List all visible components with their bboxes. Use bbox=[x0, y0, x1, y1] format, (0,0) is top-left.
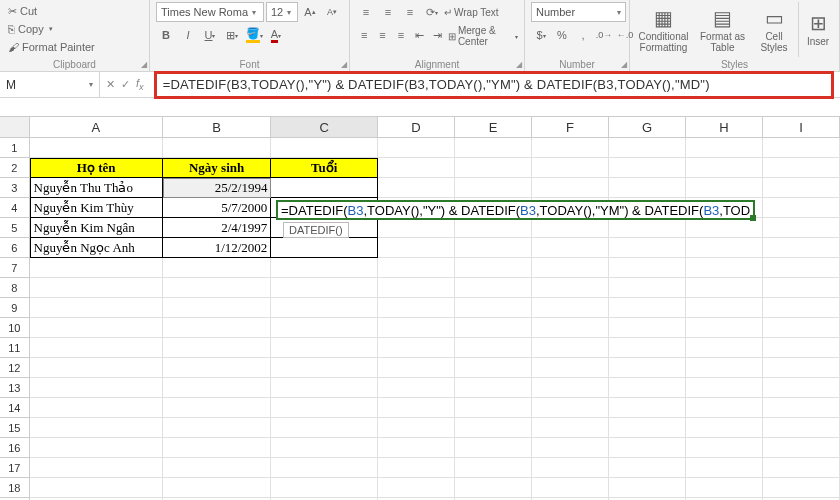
cell[interactable] bbox=[378, 338, 455, 358]
cell[interactable] bbox=[686, 238, 763, 258]
comma-button[interactable]: , bbox=[573, 25, 593, 45]
cell[interactable] bbox=[30, 298, 163, 318]
cell[interactable] bbox=[163, 398, 272, 418]
cell[interactable] bbox=[763, 238, 840, 258]
cell[interactable] bbox=[455, 258, 532, 278]
cell[interactable]: 25/2/1994 bbox=[163, 178, 272, 198]
col-header-G[interactable]: G bbox=[609, 117, 686, 137]
cell[interactable] bbox=[163, 418, 272, 438]
format-as-table-button[interactable]: ▤Format as Table bbox=[695, 2, 750, 57]
cell[interactable]: 5/7/2000 bbox=[163, 198, 272, 218]
active-cell-editor[interactable]: =DATEDIF(B3,TODAY(),"Y") & DATEDIF(B3,TO… bbox=[276, 200, 755, 220]
dialog-launcher-icon[interactable]: ◢ bbox=[516, 60, 522, 69]
decimal-inc-button[interactable]: .0→ bbox=[594, 25, 614, 45]
cell[interactable] bbox=[532, 138, 609, 158]
cell[interactable] bbox=[609, 178, 686, 198]
cell[interactable] bbox=[378, 478, 455, 498]
cell[interactable] bbox=[455, 378, 532, 398]
align-top-button[interactable]: ≡ bbox=[356, 2, 376, 22]
cell[interactable] bbox=[378, 278, 455, 298]
cell[interactable] bbox=[609, 218, 686, 238]
row-header[interactable]: 12 bbox=[0, 358, 30, 378]
cell[interactable] bbox=[30, 418, 163, 438]
cell[interactable] bbox=[763, 138, 840, 158]
row-header[interactable]: 1 bbox=[0, 138, 30, 158]
row-header[interactable]: 3 bbox=[0, 178, 30, 198]
cell[interactable] bbox=[163, 458, 272, 478]
row-header[interactable]: 7 bbox=[0, 258, 30, 278]
cell[interactable] bbox=[532, 438, 609, 458]
cell[interactable] bbox=[686, 458, 763, 478]
cell[interactable] bbox=[686, 278, 763, 298]
row-header[interactable]: 17 bbox=[0, 458, 30, 478]
cell[interactable] bbox=[763, 398, 840, 418]
cell[interactable] bbox=[271, 478, 378, 498]
cell[interactable] bbox=[378, 458, 455, 478]
cell[interactable] bbox=[609, 298, 686, 318]
cell[interactable] bbox=[763, 418, 840, 438]
cell[interactable] bbox=[609, 238, 686, 258]
cell[interactable] bbox=[271, 138, 378, 158]
cell[interactable] bbox=[609, 418, 686, 438]
fill-color-button[interactable]: 🪣▾ bbox=[244, 25, 264, 45]
row-header[interactable]: 2 bbox=[0, 158, 30, 178]
align-bottom-button[interactable]: ≡ bbox=[400, 2, 420, 22]
cell[interactable] bbox=[271, 318, 378, 338]
cell[interactable] bbox=[609, 398, 686, 418]
cell[interactable] bbox=[532, 298, 609, 318]
cell[interactable] bbox=[378, 238, 455, 258]
cell[interactable] bbox=[30, 378, 163, 398]
orientation-button[interactable]: ⟳▾ bbox=[422, 2, 442, 22]
cell[interactable] bbox=[378, 438, 455, 458]
cell[interactable] bbox=[609, 158, 686, 178]
cell[interactable] bbox=[378, 398, 455, 418]
cell[interactable] bbox=[30, 358, 163, 378]
dialog-launcher-icon[interactable]: ◢ bbox=[141, 60, 147, 69]
cell[interactable] bbox=[271, 238, 378, 258]
cell[interactable] bbox=[532, 218, 609, 238]
cell[interactable]: Nguyễn Ngọc Anh bbox=[30, 238, 163, 258]
align-left-button[interactable]: ≡ bbox=[356, 25, 372, 45]
cell[interactable]: Nguyễn Kim Thùy bbox=[30, 198, 163, 218]
cell[interactable] bbox=[763, 178, 840, 198]
cell[interactable] bbox=[686, 478, 763, 498]
cell[interactable] bbox=[455, 338, 532, 358]
cell[interactable] bbox=[763, 358, 840, 378]
dialog-launcher-icon[interactable]: ◢ bbox=[621, 60, 627, 69]
cell[interactable] bbox=[271, 458, 378, 478]
cell[interactable] bbox=[455, 458, 532, 478]
underline-button[interactable]: U▾ bbox=[200, 25, 220, 45]
cell[interactable] bbox=[763, 458, 840, 478]
row-header[interactable]: 5 bbox=[0, 218, 30, 238]
font-name-combo[interactable]: Times New Roma▾ bbox=[156, 2, 264, 22]
col-header-B[interactable]: B bbox=[163, 117, 272, 137]
cell[interactable] bbox=[763, 318, 840, 338]
cell[interactable] bbox=[686, 398, 763, 418]
col-header-I[interactable]: I bbox=[763, 117, 840, 137]
fill-handle[interactable] bbox=[750, 215, 756, 221]
cell[interactable] bbox=[378, 358, 455, 378]
cell[interactable] bbox=[378, 258, 455, 278]
cell[interactable] bbox=[271, 418, 378, 438]
cell[interactable] bbox=[686, 258, 763, 278]
col-header-C[interactable]: C bbox=[271, 117, 378, 137]
cell[interactable]: Nguyễn Kim Ngân bbox=[30, 218, 163, 238]
cell[interactable] bbox=[686, 418, 763, 438]
row-header[interactable]: 9 bbox=[0, 298, 30, 318]
cell[interactable] bbox=[686, 158, 763, 178]
cell[interactable] bbox=[763, 478, 840, 498]
align-middle-button[interactable]: ≡ bbox=[378, 2, 398, 22]
italic-button[interactable]: I bbox=[178, 25, 198, 45]
bold-button[interactable]: B bbox=[156, 25, 176, 45]
select-all-corner[interactable] bbox=[0, 117, 30, 137]
cell[interactable] bbox=[763, 438, 840, 458]
col-header-H[interactable]: H bbox=[686, 117, 763, 137]
cell[interactable] bbox=[455, 158, 532, 178]
cell[interactable] bbox=[763, 258, 840, 278]
cell[interactable] bbox=[455, 138, 532, 158]
cell[interactable] bbox=[30, 438, 163, 458]
cell[interactable] bbox=[686, 438, 763, 458]
cell[interactable] bbox=[30, 258, 163, 278]
cell[interactable] bbox=[532, 378, 609, 398]
cell[interactable] bbox=[455, 438, 532, 458]
